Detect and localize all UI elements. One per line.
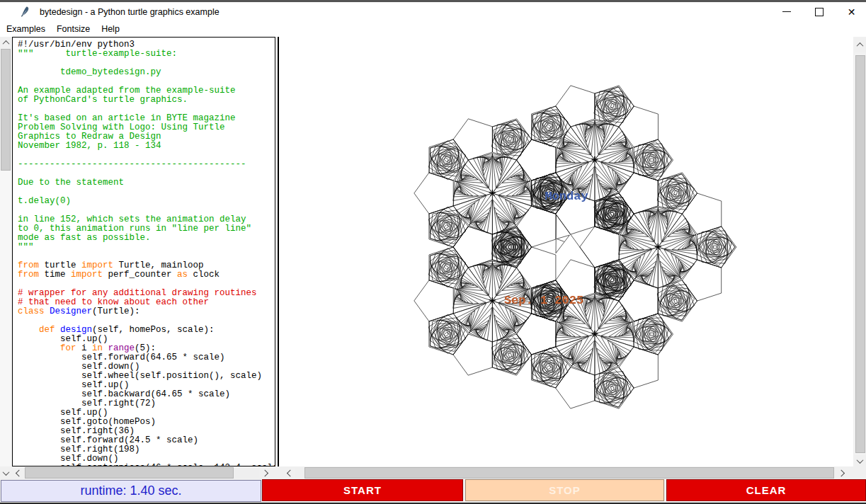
close-icon[interactable]: ✕	[847, 7, 856, 16]
turtledemo-window: bytedesign - a Python turtle graphics ex…	[0, 0, 866, 504]
canvas-vscrollbar-thumb[interactable]	[855, 55, 865, 453]
source-code-pane[interactable]: #!/usr/bin/env python3""" turtle-example…	[12, 37, 275, 466]
window-icon	[20, 6, 30, 17]
runtime-label: runtime: 1.40 sec.	[1, 480, 261, 502]
code-scroll-right-arrow[interactable]	[260, 466, 271, 479]
code-line: from time import perf_counter as clock	[18, 270, 275, 280]
code-line: November 1982, p. 118 - 134	[18, 142, 275, 151]
code-line: class Designer(Turtle):	[18, 307, 275, 316]
canvas-scroll-down-arrow[interactable]	[854, 455, 866, 466]
code-line: tdemo_bytedesign.py	[18, 68, 275, 77]
status-bar: runtime: 1.40 sec. START STOP CLEAR	[0, 479, 866, 503]
menu-examples[interactable]: Examples	[1, 23, 50, 35]
menu-fontsize[interactable]: Fontsize	[52, 23, 95, 35]
code-scroll-down-arrow[interactable]	[0, 466, 11, 479]
canvas-scroll-left-arrow[interactable]	[284, 466, 295, 479]
code-line: """	[18, 243, 275, 252]
code-line: mode as fast as possible.	[18, 234, 275, 243]
canvas-scroll-right-arrow[interactable]	[836, 466, 848, 479]
code-vscrollbar-thumb[interactable]	[1, 49, 11, 171]
weekday-text: Monday	[545, 190, 588, 203]
canvas-scroll-up-arrow[interactable]	[854, 37, 866, 52]
code-line: """ turtle-example-suite:	[18, 50, 275, 59]
code-scroll-left-arrow[interactable]	[13, 466, 23, 479]
clear-button[interactable]: CLEAR	[666, 479, 866, 501]
menu-help[interactable]: Help	[96, 23, 125, 35]
title-bar[interactable]: bytedesign - a Python turtle graphics ex…	[0, 2, 866, 21]
code-lines: #!/usr/bin/env python3""" turtle-example…	[13, 38, 275, 466]
canvas-hscrollbar-thumb[interactable]	[304, 467, 834, 479]
minimize-icon[interactable]	[782, 7, 791, 16]
code-line: of PythonCard's turtle graphics.	[18, 96, 275, 105]
code-hscrollbar-thumb[interactable]	[25, 467, 234, 479]
code-line: Due to the statement	[18, 178, 275, 188]
start-button[interactable]: START	[262, 479, 463, 501]
code-line: t.delay(0)	[18, 197, 275, 206]
stop-button[interactable]: STOP	[465, 479, 664, 501]
code-scroll-up-arrow[interactable]	[0, 37, 11, 49]
menu-bar: Examples Fontsize Help	[0, 21, 866, 37]
maximize-icon[interactable]	[814, 7, 824, 16]
window-controls: ✕	[782, 2, 856, 21]
turtle-canvas	[281, 37, 853, 466]
code-line: ----------------------------------------…	[18, 160, 275, 169]
window-title: bytedesign - a Python turtle graphics ex…	[40, 7, 220, 17]
date-text: Sep. 1 2025	[504, 294, 583, 307]
pane-divider	[278, 37, 279, 466]
graphics-area: Monday Sep. 1 2025	[281, 37, 853, 466]
